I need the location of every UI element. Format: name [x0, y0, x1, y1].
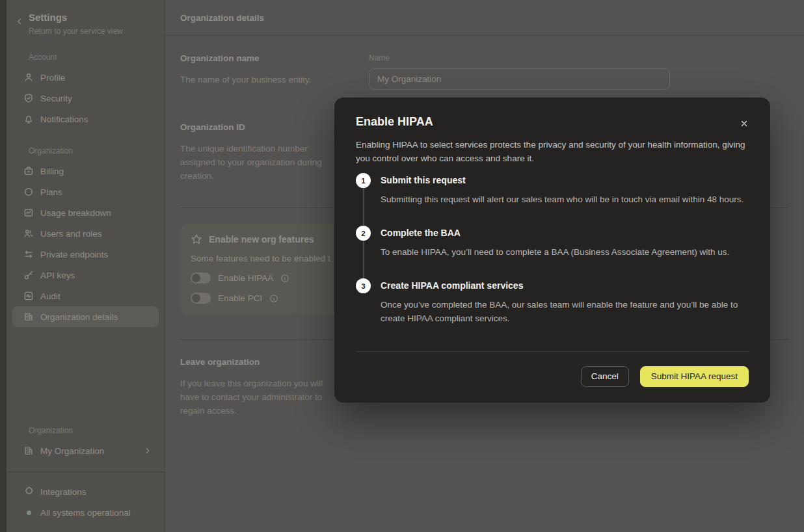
shield-check-icon: [23, 93, 34, 103]
settings-sidebar: Settings Return to your service view Acc…: [7, 0, 165, 532]
user-icon: [23, 72, 34, 83]
sidebar-item-label: Audit: [40, 291, 60, 301]
org-id-heading: Organization ID: [180, 122, 343, 132]
sidebar-item-api-keys[interactable]: API keys: [12, 265, 159, 286]
sidebar-item-notifications[interactable]: Notifications: [12, 109, 159, 129]
step-2: 2 Complete the BAA To enable HIPAA, you’…: [356, 226, 749, 278]
org-name-description: The name of your business entity.: [180, 73, 342, 86]
section-label-organization: Organization: [12, 146, 159, 155]
step-3-body: Once you’ve completed the BAA, our sales…: [381, 298, 745, 325]
sidebar-item-label: Notifications: [40, 114, 88, 124]
sidebar-item-label: Users and roles: [40, 229, 102, 239]
status-label: All systems operational: [40, 508, 131, 518]
back-chevron-icon[interactable]: [15, 17, 24, 26]
sidebar-item-security[interactable]: Security: [12, 88, 159, 109]
enable-hipaa-toggle[interactable]: [191, 273, 211, 284]
bell-icon: [23, 114, 34, 124]
step-3-number: 3: [356, 278, 371, 293]
org-id-description: The unique identification number assigne…: [180, 142, 342, 183]
step-2-title: Complete the BAA: [381, 228, 729, 238]
sidebar-item-private-endpoints[interactable]: Private endpoints: [12, 244, 159, 265]
cancel-button[interactable]: Cancel: [581, 366, 629, 387]
sidebar-item-label: Plans: [40, 187, 62, 197]
sidebar-item-profile[interactable]: Profile: [12, 67, 159, 88]
sidebar-item-plans[interactable]: Plans: [12, 181, 159, 202]
sidebar-item-label: Integrations: [40, 487, 87, 497]
sidebar-subtitle[interactable]: Return to your service view: [29, 27, 123, 36]
leave-description: If you leave this organization you will …: [180, 377, 342, 418]
sidebar-item-label: Billing: [40, 166, 64, 176]
sidebar-item-integrations[interactable]: Integrations: [12, 481, 159, 502]
billing-bag-icon: [23, 166, 34, 176]
page-header: Organization details: [165, 0, 804, 36]
step-3-title: Create HIPAA compliant services: [381, 280, 745, 291]
chevron-right-icon: [143, 446, 152, 455]
page-title: Organization details: [180, 13, 264, 23]
organization-nav: Billing Plans Usage breakdown Users and …: [7, 161, 165, 327]
swap-arrows-icon: [23, 249, 34, 259]
sidebar-divider: [7, 472, 165, 472]
close-icon[interactable]: [735, 114, 753, 133]
sidebar-item-label: Organization details: [40, 312, 118, 322]
modal-steps: 1 Submit this request Submitting this re…: [356, 173, 749, 325]
step-3: 3 Create HIPAA compliant services Once y…: [356, 278, 749, 325]
circle-icon: [23, 187, 34, 197]
sidebar-item-label: Profile: [40, 73, 65, 83]
usage-chart-icon: [23, 207, 34, 218]
bottom-organization-label: Organization: [12, 426, 159, 435]
step-1-title: Submit this request: [381, 175, 744, 185]
modal-description: Enabling HIPAA to select services protec…: [356, 138, 749, 165]
step-1: 1 Submit this request Submitting this re…: [356, 173, 749, 226]
org-name-heading: Organization name: [180, 53, 343, 63]
modal-footer-divider: [356, 351, 749, 352]
sidebar-item-label: Usage breakdown: [40, 208, 111, 218]
sidebar-org-switcher-block: Organization My Organization: [7, 426, 165, 461]
submit-hipaa-request-button[interactable]: Submit HIPAA request: [640, 366, 749, 387]
sidebar-header: Settings Return to your service view: [7, 0, 165, 36]
sidebar-item-audit[interactable]: Audit: [12, 286, 159, 306]
modal-title: Enable HIPAA: [356, 115, 749, 129]
users-icon: [23, 228, 34, 239]
building-icon: [23, 446, 34, 456]
step-2-number: 2: [356, 226, 371, 241]
building-icon: [23, 312, 34, 322]
organization-name-section: Organization name The name of your busin…: [180, 53, 788, 90]
info-icon[interactable]: [269, 294, 278, 303]
step-1-body: Submitting this request will alert our s…: [381, 193, 744, 206]
activity-icon: [23, 291, 34, 301]
sidebar-footer: Integrations All systems operational: [7, 481, 165, 532]
modal-footer: Cancel Submit HIPAA request: [356, 366, 749, 387]
org-switcher-label: My Organization: [40, 446, 104, 456]
features-card-heading: Enable new org features: [209, 234, 314, 245]
system-status-item[interactable]: All systems operational: [12, 502, 159, 523]
sidebar-item-label: API keys: [40, 271, 75, 280]
enable-hipaa-modal: Enable HIPAA Enabling HIPAA to select se…: [334, 98, 770, 403]
section-label-account: Account: [12, 53, 159, 62]
star-icon: [191, 233, 202, 245]
org-switcher[interactable]: My Organization: [12, 440, 159, 461]
puzzle-icon: [23, 486, 34, 497]
name-field-label: Name: [369, 53, 788, 62]
sidebar-item-billing[interactable]: Billing: [12, 161, 159, 181]
enable-pci-label: Enable PCI: [218, 293, 262, 303]
status-dot-icon: [27, 511, 31, 515]
left-edge-panel: [0, 0, 7, 532]
enable-hipaa-label: Enable HIPAA: [218, 273, 273, 283]
sidebar-item-users-and-roles[interactable]: Users and roles: [12, 223, 159, 244]
enable-pci-toggle[interactable]: [191, 293, 211, 304]
account-nav: Profile Security Notifications: [7, 67, 165, 129]
step-2-body: To enable HIPAA, you’ll need to complete…: [381, 245, 729, 259]
sidebar-title: Settings: [29, 11, 123, 24]
key-icon: [23, 270, 34, 280]
sidebar-item-label: Private endpoints: [40, 250, 108, 259]
step-1-number: 1: [356, 173, 371, 188]
organization-name-input[interactable]: [369, 68, 670, 90]
sidebar-item-label: Security: [40, 94, 72, 103]
info-icon[interactable]: [280, 274, 289, 283]
sidebar-item-organization-details[interactable]: Organization details: [12, 306, 159, 327]
sidebar-item-usage-breakdown[interactable]: Usage breakdown: [12, 202, 159, 223]
